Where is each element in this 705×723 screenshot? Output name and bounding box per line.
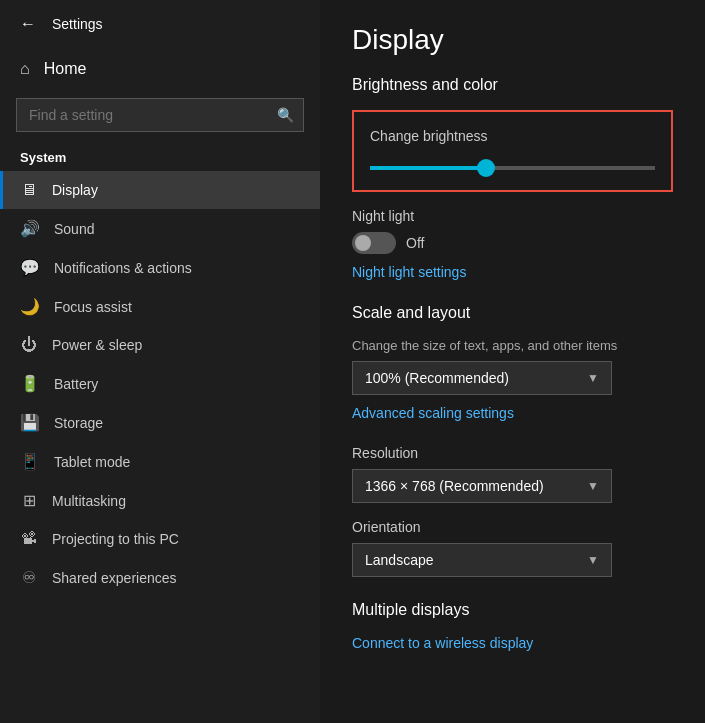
night-light-label: Night light [352, 208, 673, 224]
sidebar-item-projecting-label: Projecting to this PC [52, 531, 179, 547]
focus-icon: 🌙 [20, 297, 40, 316]
scale-layout-title: Scale and layout [352, 304, 673, 322]
size-dropdown-value: 100% (Recommended) [365, 370, 509, 386]
sidebar-item-tablet-label: Tablet mode [54, 454, 130, 470]
shared-icon: ♾ [20, 568, 38, 587]
sidebar-item-focus-label: Focus assist [54, 299, 132, 315]
resolution-dropdown-value: 1366 × 768 (Recommended) [365, 478, 544, 494]
sidebar-item-notifications-label: Notifications & actions [54, 260, 192, 276]
sidebar-item-shared-label: Shared experiences [52, 570, 177, 586]
scale-section: Scale and layout Change the size of text… [352, 304, 673, 421]
power-icon: ⏻ [20, 336, 38, 354]
resolution-dropdown[interactable]: 1366 × 768 (Recommended) ▼ [352, 469, 612, 503]
resolution-label: Resolution [352, 445, 673, 461]
sidebar-item-battery[interactable]: 🔋 Battery [0, 364, 320, 403]
size-dropdown-arrow: ▼ [587, 371, 599, 385]
multi-display-title: Multiple displays [352, 601, 673, 619]
brightness-section-title: Brightness and color [352, 76, 673, 94]
sidebar-item-home[interactable]: ⌂ Home [0, 48, 320, 90]
toggle-row: Off [352, 232, 673, 254]
multiple-displays-section: Multiple displays Connect to a wireless … [352, 601, 673, 651]
brightness-box: Change brightness [352, 110, 673, 192]
orientation-dropdown[interactable]: Landscape ▼ [352, 543, 612, 577]
resolution-dropdown-arrow: ▼ [587, 479, 599, 493]
night-light-section: Night light Off Night light settings [352, 208, 673, 280]
sidebar-item-sound[interactable]: 🔊 Sound [0, 209, 320, 248]
tablet-icon: 📱 [20, 452, 40, 471]
sidebar-item-storage-label: Storage [54, 415, 103, 431]
storage-icon: 💾 [20, 413, 40, 432]
home-icon: ⌂ [20, 60, 30, 78]
sidebar-item-display-label: Display [52, 182, 98, 198]
sidebar-item-storage[interactable]: 💾 Storage [0, 403, 320, 442]
notifications-icon: 💬 [20, 258, 40, 277]
sidebar-item-power-label: Power & sleep [52, 337, 142, 353]
orientation-section: Orientation Landscape ▼ [352, 519, 673, 577]
sidebar-item-notifications[interactable]: 💬 Notifications & actions [0, 248, 320, 287]
sidebar-item-sound-label: Sound [54, 221, 94, 237]
brightness-label: Change brightness [370, 128, 655, 144]
night-light-toggle[interactable] [352, 232, 396, 254]
orientation-label: Orientation [352, 519, 673, 535]
sidebar-item-multitasking-label: Multitasking [52, 493, 126, 509]
sidebar-item-battery-label: Battery [54, 376, 98, 392]
size-dropdown[interactable]: 100% (Recommended) ▼ [352, 361, 612, 395]
battery-icon: 🔋 [20, 374, 40, 393]
connect-wireless-link[interactable]: Connect to a wireless display [352, 635, 673, 651]
sidebar-item-tablet[interactable]: 📱 Tablet mode [0, 442, 320, 481]
multitasking-icon: ⊞ [20, 491, 38, 510]
sidebar-item-projecting[interactable]: 📽 Projecting to this PC [0, 520, 320, 558]
search-container: 🔍 [0, 90, 320, 140]
home-label: Home [44, 60, 87, 78]
titlebar: ← Settings [0, 0, 320, 48]
search-input[interactable] [16, 98, 304, 132]
brightness-slider[interactable] [370, 166, 655, 170]
back-button[interactable]: ← [16, 11, 40, 37]
advanced-scaling-link[interactable]: Advanced scaling settings [352, 405, 673, 421]
sidebar-item-shared[interactable]: ♾ Shared experiences [0, 558, 320, 597]
sidebar: ← Settings ⌂ Home 🔍 System 🖥 Display 🔊 S… [0, 0, 320, 723]
orientation-dropdown-value: Landscape [365, 552, 434, 568]
system-label: System [0, 140, 320, 171]
sidebar-item-focus[interactable]: 🌙 Focus assist [0, 287, 320, 326]
orientation-dropdown-arrow: ▼ [587, 553, 599, 567]
night-light-state: Off [406, 235, 424, 251]
page-title: Display [352, 24, 673, 56]
night-light-settings-link[interactable]: Night light settings [352, 264, 673, 280]
sound-icon: 🔊 [20, 219, 40, 238]
sidebar-item-display[interactable]: 🖥 Display [0, 171, 320, 209]
scale-desc: Change the size of text, apps, and other… [352, 338, 673, 353]
projecting-icon: 📽 [20, 530, 38, 548]
titlebar-title: Settings [52, 16, 103, 32]
display-icon: 🖥 [20, 181, 38, 199]
sidebar-item-power[interactable]: ⏻ Power & sleep [0, 326, 320, 364]
slider-container [370, 156, 655, 174]
resolution-section: Resolution 1366 × 768 (Recommended) ▼ [352, 445, 673, 503]
main-content: Display Brightness and color Change brig… [320, 0, 705, 723]
sidebar-item-multitasking[interactable]: ⊞ Multitasking [0, 481, 320, 520]
